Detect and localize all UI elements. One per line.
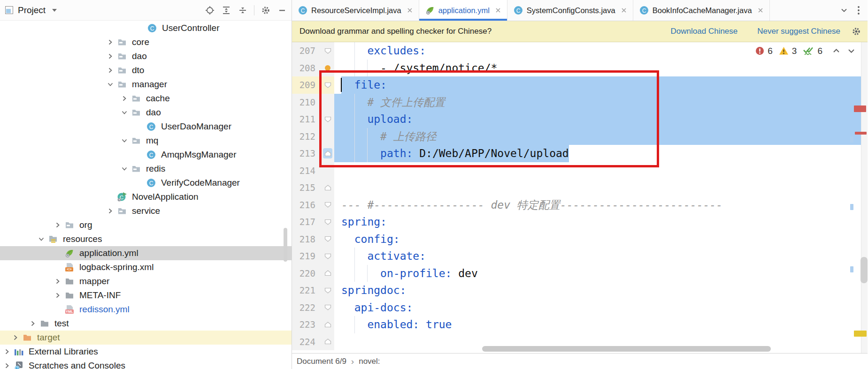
tree-item-application-yml[interactable]: application.yml bbox=[0, 246, 292, 260]
editor-line-215[interactable]: 215 bbox=[292, 179, 868, 196]
banner-settings-gear-icon[interactable] bbox=[852, 27, 861, 36]
ok-checks-icon[interactable] bbox=[803, 46, 814, 56]
tree-item-usercontroller[interactable]: CUserController bbox=[0, 21, 292, 35]
error-icon[interactable] bbox=[755, 46, 764, 55]
tab-close-icon[interactable] bbox=[621, 8, 627, 13]
project-panel-title[interactable]: Project bbox=[18, 5, 46, 15]
editor-line-221[interactable]: 221springdoc: bbox=[292, 282, 868, 299]
stripe-warning-mark[interactable] bbox=[854, 331, 867, 337]
tab-bookinfocachemanager-java[interactable]: CBookInfoCacheManager.java bbox=[633, 0, 770, 21]
project-dropdown-caret-icon[interactable] bbox=[52, 9, 57, 12]
tree-item-dao[interactable]: dao bbox=[0, 105, 292, 120]
code-text[interactable] bbox=[334, 179, 868, 196]
editor-gutter[interactable]: 209 bbox=[292, 76, 334, 94]
editor-vertical-scrollbar[interactable] bbox=[860, 257, 868, 283]
tree-expanded-arrow-icon[interactable] bbox=[118, 106, 131, 119]
editor-gutter[interactable]: 212 bbox=[292, 128, 334, 145]
editor-line-212[interactable]: 212 # 上传路径 bbox=[292, 128, 868, 145]
fold-down-icon[interactable] bbox=[323, 251, 332, 261]
editor-gutter[interactable]: 223 bbox=[292, 316, 334, 333]
tree-collapsed-arrow-icon[interactable] bbox=[52, 219, 64, 231]
editor-gutter[interactable]: 222 bbox=[292, 299, 334, 316]
code-text[interactable]: springdoc: bbox=[334, 282, 868, 299]
warning-count[interactable]: 3 bbox=[792, 46, 797, 56]
tree-item-userdaomanager[interactable]: CUserDaoManager bbox=[0, 120, 292, 134]
tree-item-target[interactable]: target bbox=[0, 331, 292, 345]
tab-resourceserviceimpl-java[interactable]: CResourceServiceImpl.java bbox=[292, 0, 419, 21]
editor-gutter[interactable]: 208 bbox=[292, 60, 334, 77]
tree-collapsed-arrow-icon[interactable] bbox=[104, 36, 116, 48]
tree-item-test[interactable]: test bbox=[0, 316, 292, 331]
tree-collapsed-arrow-icon[interactable] bbox=[52, 289, 64, 301]
fold-down-icon[interactable] bbox=[323, 302, 332, 313]
editor-horizontal-scrollbar[interactable] bbox=[482, 346, 771, 352]
code-text[interactable]: # 上传路径 bbox=[334, 128, 868, 145]
tree-item-logback-spring-xml[interactable]: <>logback-spring.xml bbox=[0, 260, 292, 274]
editor-line-216[interactable]: 216--- #----------------- dev 特定配置------… bbox=[292, 196, 868, 214]
editor-line-210[interactable]: 210 # 文件上传配置 bbox=[292, 94, 868, 111]
breadcrumb-item[interactable]: Document 6/9 bbox=[297, 357, 346, 366]
editor-gutter[interactable]: 207 bbox=[292, 42, 334, 60]
editor-line-214[interactable]: 214 bbox=[292, 162, 868, 180]
tree-item-novelapplication[interactable]: CNovelApplication bbox=[0, 190, 292, 204]
editor-line-219[interactable]: 219 activate: bbox=[292, 248, 868, 265]
never-suggest-chinese-link[interactable]: Never suggest Chinese bbox=[757, 27, 840, 36]
collapse-all-icon[interactable] bbox=[238, 5, 248, 15]
fold-up-icon[interactable] bbox=[323, 319, 332, 330]
gutter-marker-dot-icon[interactable] bbox=[323, 63, 332, 73]
tree-item-org[interactable]: org bbox=[0, 218, 292, 232]
tree-item-service[interactable]: service bbox=[0, 204, 292, 218]
tree-item-redisson-yml[interactable]: YMLredisson.yml bbox=[0, 302, 292, 316]
tree-collapsed-arrow-icon[interactable] bbox=[1, 360, 13, 369]
tree-item-scratches-and-consoles[interactable]: Scratches and Consoles bbox=[0, 359, 292, 369]
editor-gutter[interactable]: 216 bbox=[292, 196, 334, 214]
prev-problem-chevron-up-icon[interactable] bbox=[832, 47, 840, 55]
fold-down-icon[interactable] bbox=[323, 217, 332, 227]
editor-gutter[interactable]: 220 bbox=[292, 265, 334, 282]
tree-expanded-arrow-icon[interactable] bbox=[35, 233, 47, 245]
editor-gutter[interactable]: 218 bbox=[292, 231, 334, 248]
editor-gutter[interactable]: 214 bbox=[292, 162, 334, 180]
tree-collapsed-arrow-icon[interactable] bbox=[1, 346, 13, 358]
tree-item-external-libraries[interactable]: External Libraries bbox=[0, 345, 292, 359]
tree-collapsed-arrow-icon[interactable] bbox=[52, 275, 64, 287]
tree-collapsed-arrow-icon[interactable] bbox=[104, 50, 116, 62]
fold-up-icon[interactable] bbox=[323, 337, 332, 347]
tree-item-redis[interactable]: redis bbox=[0, 162, 292, 176]
tree-item-mapper[interactable]: mapper bbox=[0, 274, 292, 288]
editor-line-209[interactable]: 209 file: bbox=[292, 76, 868, 94]
editor-gutter[interactable]: 215 bbox=[292, 179, 334, 196]
hide-panel-icon[interactable] bbox=[277, 5, 287, 15]
tree-collapsed-arrow-icon[interactable] bbox=[9, 331, 22, 344]
tree-expanded-arrow-icon[interactable] bbox=[118, 163, 131, 175]
ok-count[interactable]: 6 bbox=[817, 46, 822, 56]
fold-up-icon[interactable] bbox=[323, 268, 332, 279]
code-text[interactable]: config: bbox=[334, 231, 868, 248]
stripe-info-mark[interactable] bbox=[850, 266, 853, 272]
code-text[interactable] bbox=[334, 162, 868, 180]
editor-line-211[interactable]: 211 upload: bbox=[292, 111, 868, 128]
tree-collapsed-arrow-icon[interactable] bbox=[104, 205, 116, 217]
tree-expanded-arrow-icon[interactable] bbox=[118, 135, 131, 147]
fold-down-icon[interactable] bbox=[323, 200, 332, 210]
tab-close-icon[interactable] bbox=[407, 8, 413, 13]
code-text[interactable]: --- #----------------- dev 特定配置---------… bbox=[334, 196, 868, 214]
warning-icon[interactable] bbox=[779, 46, 789, 55]
tree-item-core[interactable]: core bbox=[0, 35, 292, 49]
code-text[interactable]: - /system/notice/* bbox=[334, 60, 868, 77]
code-text[interactable]: activate: bbox=[334, 248, 868, 265]
locate-icon[interactable] bbox=[205, 5, 215, 15]
tab-kebab-menu-icon[interactable] bbox=[857, 6, 860, 15]
fold-up-icon[interactable] bbox=[323, 148, 332, 158]
code-text[interactable]: path: D:/Web/APP/Novel/upload bbox=[334, 145, 868, 162]
tree-item-dao[interactable]: dao bbox=[0, 49, 292, 63]
tree-collapsed-arrow-icon[interactable] bbox=[104, 64, 116, 76]
code-text[interactable]: # 文件上传配置 bbox=[334, 94, 868, 111]
project-tree-scrollbar[interactable] bbox=[284, 228, 287, 262]
editor-gutter[interactable]: 213 bbox=[292, 145, 334, 162]
stripe-info-mark[interactable] bbox=[850, 204, 853, 210]
code-text[interactable]: spring: bbox=[334, 213, 868, 231]
breadcrumb-item[interactable]: novel: bbox=[359, 357, 380, 366]
stripe-info-mark[interactable] bbox=[850, 136, 853, 143]
tab-close-icon[interactable] bbox=[495, 8, 501, 13]
